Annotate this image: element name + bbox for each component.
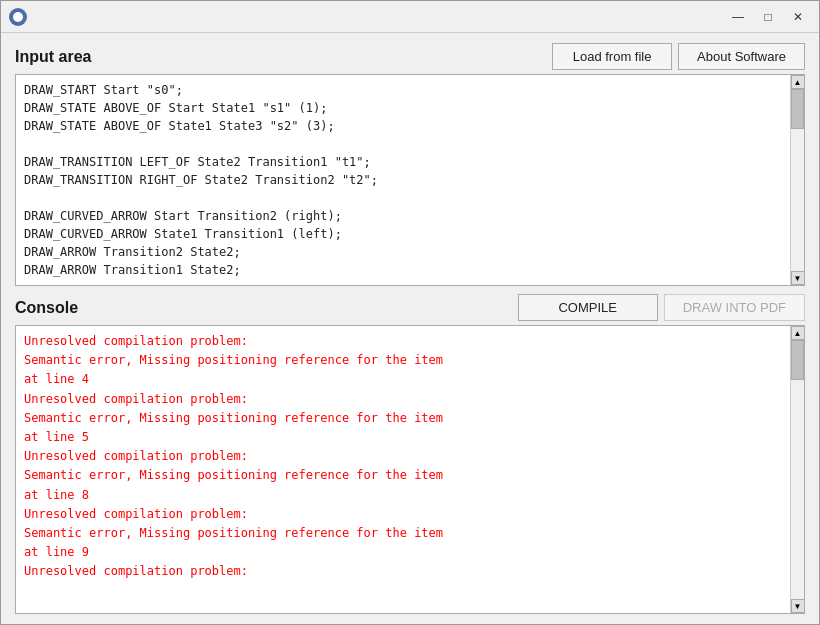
load-from-file-button[interactable]: Load from file [552, 43, 672, 70]
input-section-header: Input area Load from file About Software [15, 43, 805, 70]
input-section-buttons: Load from file About Software [552, 43, 805, 70]
console-line: Unresolved compilation problem: [24, 390, 782, 409]
console-line: Semantic error, Missing positioning refe… [24, 466, 782, 485]
app-icon [9, 8, 27, 26]
console-line: Semantic error, Missing positioning refe… [24, 524, 782, 543]
console-line: Unresolved compilation problem: [24, 562, 782, 581]
main-window: — □ ✕ Input area Load from file About So… [0, 0, 820, 625]
main-content: Input area Load from file About Software… [1, 33, 819, 624]
console-line: at line 9 [24, 543, 782, 562]
console-line: Unresolved compilation problem: [24, 447, 782, 466]
minimize-button[interactable]: — [725, 7, 751, 27]
app-icon-inner [13, 12, 23, 22]
console-section: Console COMPILE DRAW INTO PDF Unresolved… [15, 294, 805, 614]
console-section-label: Console [15, 299, 78, 317]
console-text-content: Unresolved compilation problem:Semantic … [16, 326, 790, 613]
console-line: at line 4 [24, 370, 782, 389]
console-line: at line 5 [24, 428, 782, 447]
input-text-area-container: DRAW_START Start "s0"; DRAW_STATE ABOVE_… [15, 74, 805, 286]
console-section-buttons: COMPILE DRAW INTO PDF [518, 294, 805, 321]
input-scrollbar-track-area [791, 89, 804, 271]
input-scrollbar-down[interactable]: ▼ [791, 271, 805, 285]
console-scrollbar-track-area [791, 340, 804, 599]
console-output-container: Unresolved compilation problem:Semantic … [15, 325, 805, 614]
console-line: Semantic error, Missing positioning refe… [24, 409, 782, 428]
console-scrollbar[interactable]: ▲ ▼ [790, 326, 804, 613]
input-scrollbar[interactable]: ▲ ▼ [790, 75, 804, 285]
title-bar: — □ ✕ [1, 1, 819, 33]
console-line: Unresolved compilation problem: [24, 505, 782, 524]
title-bar-left [9, 8, 27, 26]
about-software-button[interactable]: About Software [678, 43, 805, 70]
console-scrollbar-up[interactable]: ▲ [791, 326, 805, 340]
input-text-content[interactable]: DRAW_START Start "s0"; DRAW_STATE ABOVE_… [16, 75, 790, 285]
console-line: Semantic error, Missing positioning refe… [24, 351, 782, 370]
input-scrollbar-up[interactable]: ▲ [791, 75, 805, 89]
input-area-wrapper: Input area Load from file About Software… [15, 43, 805, 286]
console-scrollbar-thumb[interactable] [791, 340, 804, 380]
input-scrollbar-thumb[interactable] [791, 89, 804, 129]
console-section-header: Console COMPILE DRAW INTO PDF [15, 294, 805, 321]
input-section-label: Input area [15, 48, 91, 66]
title-bar-controls: — □ ✕ [725, 7, 811, 27]
console-line: at line 8 [24, 486, 782, 505]
draw-into-pdf-button[interactable]: DRAW INTO PDF [664, 294, 805, 321]
console-line: Unresolved compilation problem: [24, 332, 782, 351]
close-button[interactable]: ✕ [785, 7, 811, 27]
maximize-button[interactable]: □ [755, 7, 781, 27]
compile-button[interactable]: COMPILE [518, 294, 658, 321]
console-scrollbar-down[interactable]: ▼ [791, 599, 805, 613]
